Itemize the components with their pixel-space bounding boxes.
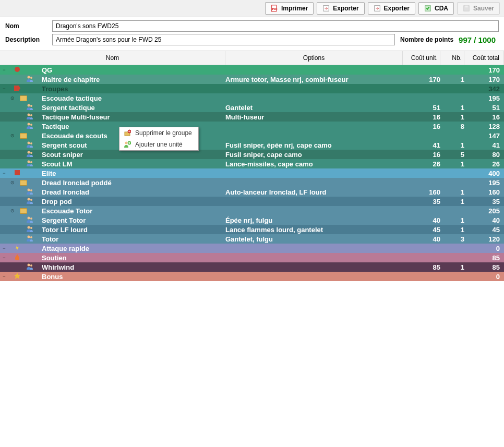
row-icons: ⊙ bbox=[0, 133, 42, 139]
table-row[interactable]: Sergent TotorÉpée nrj, fulgu40140 bbox=[0, 215, 504, 225]
menu-add-unit[interactable]: Ajouter une unité bbox=[119, 139, 198, 150]
toolbar: PDF Imprimer Exporter Exporter CDA Sauve… bbox=[0, 0, 504, 17]
row-unit-cost: 51 bbox=[403, 104, 440, 112]
row-name: Whirlwind bbox=[42, 263, 225, 271]
table-row[interactable]: Whirlwind85185 bbox=[0, 262, 504, 272]
table-row[interactable]: TotorGantelet, fulgu403120 bbox=[0, 234, 504, 244]
row-name: Bonus bbox=[42, 273, 225, 281]
table-row[interactable]: −Troupes342 bbox=[0, 84, 504, 93]
table-row[interactable]: Totor LF lourdLance flammes lourd, gante… bbox=[0, 225, 504, 234]
table-row[interactable]: Drop pod35135 bbox=[0, 197, 504, 206]
collapse-icon[interactable]: ⊙ bbox=[10, 96, 15, 100]
table-row[interactable]: −Elite400 bbox=[0, 168, 504, 178]
add-unit-icon bbox=[124, 141, 131, 148]
svg-point-15 bbox=[30, 124, 32, 126]
row-total: 170 bbox=[464, 66, 504, 74]
row-total: 205 bbox=[464, 207, 504, 215]
row-nb: 1 bbox=[440, 104, 464, 112]
folder-icon bbox=[20, 95, 27, 101]
table-row[interactable]: ⊙Dread Ironclad poddé195 bbox=[0, 178, 504, 187]
export2-button[interactable]: Exporter bbox=[368, 2, 415, 15]
row-options: Épée nrj, fulgu bbox=[225, 216, 403, 224]
row-nb: 1 bbox=[440, 113, 464, 121]
collapse-icon[interactable]: − bbox=[2, 246, 6, 250]
header-options: Options bbox=[225, 51, 403, 65]
row-icons bbox=[0, 235, 42, 243]
row-name: Elite bbox=[42, 170, 225, 177]
table-row[interactable]: Scout sniperFusil sniper, cape camo16580 bbox=[0, 150, 504, 159]
table-row[interactable]: Dread IroncladAuto-lanceur Ironclad, LF … bbox=[0, 187, 504, 197]
svg-point-20 bbox=[28, 141, 30, 144]
collapse-icon[interactable]: − bbox=[2, 87, 6, 91]
print-button[interactable]: PDF Imprimer bbox=[265, 2, 314, 15]
svg-point-12 bbox=[28, 113, 30, 116]
row-name: Attaque rapide bbox=[42, 245, 225, 252]
table-row[interactable]: Scout LMLance-missiles, cape camo26126 bbox=[0, 159, 504, 168]
person-icon bbox=[26, 198, 33, 206]
save-label: Sauver bbox=[473, 5, 494, 12]
table-row[interactable]: −Bonus0 bbox=[0, 272, 504, 281]
table-row[interactable]: Maitre de chapitreArmure totor, Masse nr… bbox=[0, 75, 504, 84]
table-row[interactable]: ⊙Escouade Totor205 bbox=[0, 206, 504, 215]
row-nb: 1 bbox=[440, 198, 464, 206]
row-icons bbox=[0, 141, 42, 149]
svg-point-38 bbox=[30, 264, 32, 267]
table-row[interactable]: −Attaque rapide0 bbox=[0, 244, 504, 253]
menu-delete-group[interactable]: Supprimer le groupe bbox=[119, 127, 198, 139]
collapse-icon[interactable]: − bbox=[2, 68, 6, 72]
table-row[interactable]: ⊙Escouade de scouts147Supprimer le group… bbox=[0, 131, 504, 140]
name-input[interactable] bbox=[52, 20, 499, 32]
row-name: Sergent tactique bbox=[42, 104, 225, 112]
row-total: 120 bbox=[464, 235, 504, 243]
row-name: Scout LM bbox=[42, 160, 225, 168]
svg-point-23 bbox=[30, 152, 32, 154]
collapse-icon[interactable]: ⊙ bbox=[10, 180, 15, 185]
row-unit-cost: 85 bbox=[403, 263, 440, 271]
collapse-icon[interactable]: ⊙ bbox=[10, 134, 15, 138]
export1-button[interactable]: Exporter bbox=[317, 2, 364, 15]
table-row[interactable]: ⊙Escouade tactique195 bbox=[0, 93, 504, 103]
row-name: Maitre de chapitre bbox=[42, 76, 225, 83]
row-options: Gantelet, fulgu bbox=[225, 235, 403, 243]
row-icons bbox=[0, 216, 42, 224]
person-icon bbox=[26, 141, 33, 149]
name-label: Nom bbox=[5, 22, 52, 30]
collapse-icon[interactable]: − bbox=[2, 274, 6, 279]
points-value: 997 / 1000 bbox=[459, 35, 499, 44]
table-row[interactable]: Sergent scoutFusil sniper, épée nrj, cap… bbox=[0, 140, 504, 150]
row-options: Lance flammes lourd, gantelet bbox=[225, 226, 403, 234]
table-row[interactable]: −Soutien85 bbox=[0, 253, 504, 262]
table-header: Nom Options Coût unit. Nb. Coût total bbox=[0, 51, 504, 65]
person-icon bbox=[26, 123, 33, 130]
svg-point-34 bbox=[30, 227, 32, 229]
person-icon bbox=[26, 235, 33, 243]
svg-point-35 bbox=[28, 235, 30, 238]
table-row[interactable]: −QG170 bbox=[0, 65, 504, 75]
collapse-icon[interactable]: − bbox=[2, 171, 6, 175]
svg-point-9 bbox=[30, 77, 32, 79]
person-icon bbox=[26, 160, 33, 168]
desc-input[interactable] bbox=[52, 34, 395, 45]
collapse-icon[interactable]: − bbox=[2, 256, 6, 260]
row-total: 0 bbox=[464, 245, 504, 252]
table-row[interactable]: Tactique168128 bbox=[0, 122, 504, 131]
table-row[interactable]: Sergent tactiqueGantelet51151 bbox=[0, 103, 504, 112]
row-total: 35 bbox=[464, 198, 504, 206]
row-unit-cost: 26 bbox=[403, 160, 440, 168]
svg-point-18 bbox=[125, 142, 128, 144]
svg-point-11 bbox=[30, 105, 32, 107]
cda-label: CDA bbox=[435, 5, 448, 12]
row-name: Escouade Totor bbox=[42, 207, 225, 215]
cda-button[interactable]: CDA bbox=[418, 2, 454, 15]
row-total: 40 bbox=[464, 216, 504, 224]
row-unit-cost: 41 bbox=[403, 141, 440, 149]
svg-point-13 bbox=[30, 114, 32, 116]
row-name: Totor LF lourd bbox=[42, 226, 225, 234]
row-name: Dread Ironclad bbox=[42, 188, 225, 196]
category-icon bbox=[14, 272, 21, 281]
table-row[interactable]: Tactique Multi-fuseurMulti-fuseur16116 bbox=[0, 112, 504, 122]
category-icon bbox=[14, 66, 21, 75]
row-total: 85 bbox=[464, 254, 504, 262]
person-icon bbox=[26, 151, 33, 159]
collapse-icon[interactable]: ⊙ bbox=[10, 209, 15, 213]
